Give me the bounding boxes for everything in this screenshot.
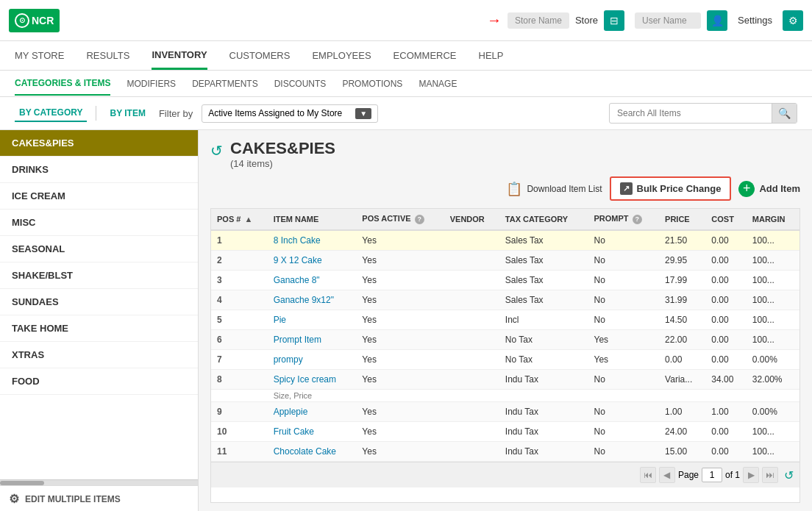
col-item-name[interactable]: ITEM NAME [268,209,357,230]
refresh-icon[interactable]: ↺ [210,142,223,160]
bulk-price-icon: ↗ [620,182,633,195]
subnav-promotions[interactable]: PROMOTIONS [342,73,402,95]
subnav-departments[interactable]: DEPARTMENTS [192,73,258,95]
items-table-container: POS # ▲ ITEM NAME POS ACTIVE ? VENDOR TA… [210,208,800,503]
main-nav: MY STORE RESULTS INVENTORY CUSTOMERS EMP… [0,41,812,71]
table-row: 2 9 X 12 Cake Yes Sales Tax No 29.95 0.0… [211,251,799,271]
table-row: 7 prompy Yes No Tax Yes 0.00 0.00 0.00% [211,350,799,370]
page-refresh-icon[interactable]: ↺ [784,468,794,482]
cell-cost: 0.00 [705,290,746,310]
subnav-categories-items[interactable]: CATEGORIES & ITEMS [15,72,110,96]
sidebar-edit-multiple[interactable]: ⚙ EDIT MULTIPLE ITEMS [0,485,198,511]
nav-employees[interactable]: EMPLOYEES [312,43,371,68]
sidebar-list: CAKES&PIES DRINKS ICE CREAM MISC SEASONA… [0,130,198,479]
user-icon-btn[interactable]: 👤 [707,10,727,31]
cell-item-name[interactable]: Spicy Ice cream [268,370,357,390]
nav-customers[interactable]: CUSTOMERS [229,43,291,68]
bulk-price-change-button[interactable]: ↗ Bulk Price Change [610,176,732,201]
sidebar-item-shake-blst[interactable]: SHAKE/BLST [0,262,198,289]
filter-bar: BY CATEGORY BY ITEM Filter by Active Ite… [0,97,812,130]
panel-title: CAKES&PIES [230,139,335,158]
cell-pos: 11 [211,442,268,462]
page-next-btn[interactable]: ▶ [743,467,759,483]
top-right-area: → Store Name Store ⊟ User Name 👤 Setting… [487,10,803,31]
cell-item-name[interactable]: Ganache 8" [268,271,357,290]
cell-item-name[interactable]: Applepie [268,402,357,422]
filter-select[interactable]: Active Items Assigned to My Store ▼ [202,104,378,123]
cell-item-name[interactable]: Fruit Cake [268,422,357,442]
cell-margin: 0.00% [747,402,799,422]
cell-item-name[interactable]: Prompt Item [268,330,357,350]
cell-item-name[interactable]: Chocolate Cake [268,442,357,462]
page-last-btn[interactable]: ⏭ [762,467,778,483]
subnav-modifiers[interactable]: MODIFIERS [127,73,176,95]
cell-prompt: No [588,370,660,390]
cell-item-name[interactable]: prompy [268,350,357,370]
user-area: User Name 👤 [635,10,727,31]
sidebar-item-cakes-pies[interactable]: CAKES&PIES [0,130,198,157]
sidebar-item-drinks[interactable]: DRINKS [0,157,198,183]
cell-tax: Sales Tax [499,230,588,251]
cell-margin: 100... [747,271,799,290]
cell-price: 31.99 [659,290,705,310]
table-row: 11 Chocolate Cake Yes Indu Tax No 15.00 … [211,442,799,462]
nav-inventory[interactable]: INVENTORY [152,42,207,70]
page-first-btn[interactable]: ⏮ [640,467,656,483]
logo-text: NCR [32,15,54,26]
nav-ecommerce[interactable]: ECOMMERCE [393,43,457,68]
cell-prompt: Yes [588,350,660,370]
sidebar: CAKES&PIES DRINKS ICE CREAM MISC SEASONA… [0,130,199,511]
cell-cost: 0.00 [705,330,746,350]
cell-item-name[interactable]: Ganache 9x12" [268,290,357,310]
cell-item-name[interactable]: Pie [268,310,357,330]
cell-cost: 0.00 [705,230,746,251]
cell-item-name[interactable]: 9 X 12 Cake [268,251,357,271]
search-input[interactable] [610,104,772,122]
search-button[interactable]: 🔍 [772,104,797,123]
store-name-box: Store Name [508,12,569,29]
cell-price: 17.99 [659,271,705,290]
nav-results[interactable]: RESULTS [86,43,129,68]
arrow-indicator: → [487,12,502,29]
cell-price: 29.95 [659,251,705,271]
cell-pos: 8 [211,370,268,390]
ncr-logo: ⊙ NCR [9,9,60,32]
sidebar-item-xtras[interactable]: XTRAS [0,342,198,368]
cell-vendor [444,290,499,310]
sidebar-item-ice-cream[interactable]: ICE CREAM [0,183,198,210]
table-row: 6 Prompt Item Yes No Tax Yes 22.00 0.00 … [211,330,799,350]
page-prev-btn[interactable]: ◀ [659,467,675,483]
settings-label[interactable]: Settings [738,15,772,26]
cell-pos-active: Yes [356,251,444,271]
download-button[interactable]: 📋 Download Item List [506,181,602,197]
nav-help[interactable]: HELP [479,43,504,68]
cell-tax: Indu Tax [499,442,588,462]
col-pos[interactable]: POS # ▲ [211,209,268,230]
sidebar-item-misc[interactable]: MISC [0,210,198,236]
tab-by-item[interactable]: BY ITEM [105,105,149,121]
col-price: PRICE [659,209,705,230]
edit-multiple-label: EDIT MULTIPLE ITEMS [25,494,121,504]
cell-vendor [444,230,499,251]
store-icon-btn[interactable]: ⊟ [604,10,624,31]
filter-select-text: Active Items Assigned to My Store [208,108,351,118]
cell-pos-active: Yes [356,310,444,330]
pagination-bar: ⏮ ◀ Page of 1 ▶ ⏭ ↺ [211,462,799,487]
tab-by-category[interactable]: BY CATEGORY [15,104,87,122]
cell-item-name[interactable]: 8 Inch Cake [268,230,357,251]
subnav-manage[interactable]: MANAGE [419,73,457,95]
sidebar-item-sundaes[interactable]: SUNDAES [0,289,198,315]
table-row: 3 Ganache 8" Yes Sales Tax No 17.99 0.00… [211,271,799,290]
sidebar-item-take-home[interactable]: TAKE HOME [0,315,198,342]
cell-margin: 100... [747,290,799,310]
add-item-button[interactable]: + Add Item [738,181,800,197]
cell-prompt: No [588,271,660,290]
cell-prompt: No [588,402,660,422]
page-input[interactable] [702,468,722,482]
sidebar-item-food[interactable]: Food [0,368,198,395]
sidebar-item-seasonal[interactable]: SEASONAL [0,236,198,262]
nav-my-store[interactable]: MY STORE [15,43,64,68]
settings-icon-btn[interactable]: ⚙ [783,10,803,31]
subnav-discounts[interactable]: DISCOUNTS [274,73,327,95]
cell-price: 24.00 [659,422,705,442]
